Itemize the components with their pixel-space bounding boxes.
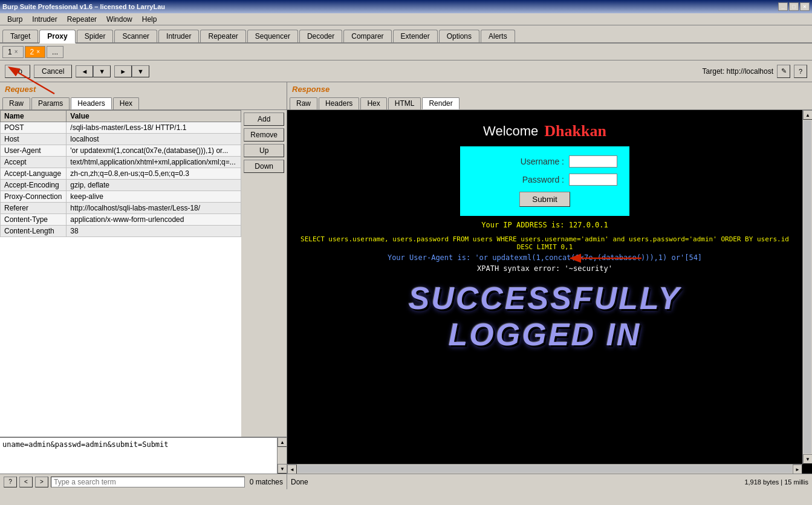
right-bottom-bar: Done 1,918 bytes | 15 millis bbox=[287, 474, 812, 489]
request-body[interactable]: uname=admin&passwd=admin&submit=Submit bbox=[0, 437, 277, 474]
secondary-tab-bar: 1 × 2 × ... bbox=[0, 44, 812, 60]
help-left-button[interactable]: ? bbox=[4, 477, 17, 487]
main-tab-bar: Target Proxy Spider Scanner Intruder Rep… bbox=[0, 25, 812, 44]
tab-scanner[interactable]: Scanner bbox=[114, 30, 157, 42]
minimize-button[interactable]: _ bbox=[778, 2, 788, 11]
table-row[interactable]: Accept-Encodinggzip, deflate bbox=[1, 180, 241, 191]
menu-repeater[interactable]: Repeater bbox=[62, 14, 102, 25]
req-tab-headers[interactable]: Headers bbox=[71, 97, 111, 109]
back-dropdown-button[interactable]: ▼ bbox=[93, 65, 111, 77]
maximize-button[interactable]: □ bbox=[789, 2, 799, 11]
left-panel: Request Raw Params Headers Hex Name Val bbox=[0, 82, 287, 489]
header-value-cell: zh-cn,zh;q=0.8,en-us;q=0.5,en;q=0.3 bbox=[67, 168, 241, 180]
response-scrollbar-y[interactable]: ▲ ▼ bbox=[802, 110, 812, 464]
cancel-button[interactable]: Cancel bbox=[34, 65, 72, 78]
menu-help[interactable]: Help bbox=[137, 14, 162, 25]
help-button[interactable]: ? bbox=[794, 65, 807, 78]
sec-tab-1[interactable]: 1 × bbox=[2, 46, 24, 58]
welcome-name: Dhakkan bbox=[544, 122, 606, 140]
table-row[interactable]: Hostlocalhost bbox=[1, 134, 241, 145]
success-line2: LOGGED IN bbox=[293, 316, 796, 353]
prev-left-button[interactable]: < bbox=[19, 477, 33, 487]
xpath-error-text: XPATH syntax error: '~security' bbox=[287, 263, 802, 274]
password-input[interactable] bbox=[569, 174, 617, 186]
menu-window[interactable]: Window bbox=[102, 14, 137, 25]
add-button[interactable]: Add bbox=[244, 112, 284, 126]
forward-dropdown-button[interactable]: ▼ bbox=[132, 65, 149, 77]
request-tabs: Raw Params Headers Hex bbox=[0, 96, 287, 110]
header-value-cell: text/html,application/xhtml+xml,applicat… bbox=[67, 157, 241, 168]
sec-tab-2[interactable]: 2 × bbox=[25, 46, 46, 58]
header-value-cell: keep-alive bbox=[67, 191, 241, 203]
search-input[interactable] bbox=[51, 477, 245, 487]
scroll-left-response-icon[interactable]: ◄ bbox=[287, 464, 297, 474]
sql-query-text: SELECT users.username, users.password FR… bbox=[287, 234, 802, 252]
scroll-right-response-icon[interactable]: ► bbox=[793, 464, 802, 474]
toolbar: Go Cancel ◄ ▼ ► ▼ Target: http://localho… bbox=[0, 60, 812, 82]
resp-tab-raw[interactable]: Raw bbox=[290, 97, 317, 109]
sec-tab-more[interactable]: ... bbox=[47, 46, 63, 58]
tab-repeater[interactable]: Repeater bbox=[200, 30, 245, 42]
table-row[interactable]: Content-Length38 bbox=[1, 226, 241, 237]
req-tab-params[interactable]: Params bbox=[31, 97, 70, 109]
back-button[interactable]: ◄ bbox=[76, 65, 93, 77]
tab-proxy[interactable]: Proxy bbox=[39, 30, 75, 44]
scroll-down-response-icon[interactable]: ▼ bbox=[803, 454, 812, 464]
table-row[interactable]: Proxy-Connectionkeep-alive bbox=[1, 191, 241, 203]
headers-table-container: Name Value POST/sqli-labs-master/Less-18… bbox=[0, 110, 241, 437]
resp-tab-html[interactable]: HTML bbox=[388, 97, 421, 109]
tab-comparer[interactable]: Comparer bbox=[343, 30, 391, 42]
content-area: Request Raw Params Headers Hex Name Val bbox=[0, 82, 812, 489]
req-tab-hex[interactable]: Hex bbox=[113, 97, 139, 109]
match-count: 0 matches bbox=[250, 478, 283, 486]
header-name-cell: Accept bbox=[1, 157, 67, 168]
menu-intruder[interactable]: Intruder bbox=[27, 14, 62, 25]
close-tab-2-icon[interactable]: × bbox=[36, 48, 40, 55]
scroll-up-icon[interactable]: ▲ bbox=[278, 437, 287, 447]
req-tab-raw[interactable]: Raw bbox=[2, 97, 30, 109]
table-row[interactable]: Refererhttp://localhost/sqli-labs-master… bbox=[1, 203, 241, 214]
resp-tab-render[interactable]: Render bbox=[422, 97, 459, 109]
tab-decoder[interactable]: Decoder bbox=[299, 30, 342, 42]
header-value-cell: gzip, deflate bbox=[67, 180, 241, 191]
username-label: Username : bbox=[521, 157, 564, 166]
header-name-cell: Host bbox=[1, 134, 67, 145]
scroll-down-icon[interactable]: ▼ bbox=[278, 464, 287, 474]
table-row[interactable]: Content-Typeapplication/x-www-form-urlen… bbox=[1, 214, 241, 226]
tab-extender[interactable]: Extender bbox=[393, 30, 438, 42]
go-button[interactable]: Go bbox=[5, 65, 30, 78]
username-input[interactable] bbox=[569, 155, 617, 168]
tab-spider[interactable]: Spider bbox=[77, 30, 114, 42]
down-button[interactable]: Down bbox=[244, 160, 284, 173]
table-row[interactable]: User-Agent'or updatexml(1,concat(0x7e,(d… bbox=[1, 145, 241, 157]
submit-button[interactable]: Submit bbox=[519, 192, 570, 207]
remove-button[interactable]: Remove bbox=[244, 128, 284, 142]
response-render-area: ▲ ▼ ◄ ► Welcome Dhakkan bbox=[287, 110, 812, 474]
tab-alerts[interactable]: Alerts bbox=[481, 30, 515, 42]
next-left-button[interactable]: > bbox=[35, 477, 48, 487]
header-name-cell: Accept-Encoding bbox=[1, 180, 67, 191]
table-row[interactable]: Accept-Languagezh-cn,zh;q=0.8,en-us;q=0.… bbox=[1, 168, 241, 180]
body-scrollbar[interactable]: ▲ ▼ bbox=[277, 437, 287, 474]
tab-intruder[interactable]: Intruder bbox=[158, 30, 199, 42]
edit-target-button[interactable]: ✎ bbox=[777, 65, 790, 78]
tab-sequencer[interactable]: Sequencer bbox=[247, 30, 298, 42]
table-row[interactable]: Accepttext/html,application/xhtml+xml,ap… bbox=[1, 157, 241, 168]
close-button[interactable]: × bbox=[800, 2, 810, 11]
welcome-text: Welcome bbox=[483, 123, 538, 139]
resp-tab-headers[interactable]: Headers bbox=[319, 97, 359, 109]
menu-burp[interactable]: Burp bbox=[2, 14, 27, 25]
scroll-up-response-icon[interactable]: ▲ bbox=[803, 110, 812, 120]
close-tab-1-icon[interactable]: × bbox=[15, 48, 18, 55]
up-button[interactable]: Up bbox=[244, 144, 284, 157]
window-controls[interactable]: _ □ × bbox=[778, 2, 810, 11]
tab-target[interactable]: Target bbox=[2, 30, 38, 42]
resp-tab-hex[interactable]: Hex bbox=[360, 97, 386, 109]
login-box: Username : Password : Submit bbox=[460, 146, 629, 216]
forward-button[interactable]: ► bbox=[114, 65, 132, 77]
header-name-cell: POST bbox=[1, 122, 67, 134]
header-name-cell: User-Agent bbox=[1, 145, 67, 157]
table-row[interactable]: POST/sqli-labs-master/Less-18/ HTTP/1.1 bbox=[1, 122, 241, 134]
tab-options[interactable]: Options bbox=[439, 30, 479, 42]
response-scrollbar-x[interactable]: ◄ ► bbox=[287, 464, 802, 474]
